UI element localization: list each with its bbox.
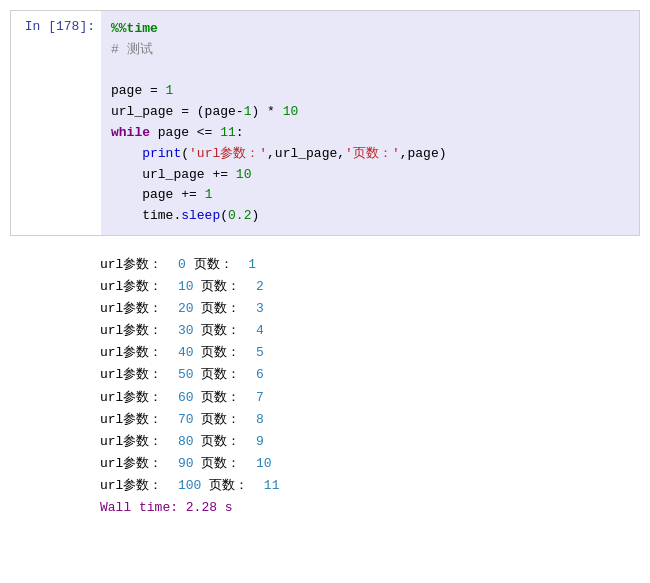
out-line-10: url参数： 90 页数： 10	[100, 456, 272, 471]
output-label-spacer	[0, 246, 90, 527]
out-line-2: url参数： 10 页数： 2	[100, 279, 264, 294]
cell-input[interactable]: %%time # 测试 page = 1 url_page = (page-1)…	[101, 11, 639, 235]
urlpage-line: url_page += 10	[111, 167, 251, 182]
wall-time-line: Wall time: 2.28 s	[100, 500, 233, 515]
sleep-line: time.sleep(0.2)	[111, 208, 259, 223]
out-line-4: url参数： 30 页数： 4	[100, 323, 264, 338]
output-block: url参数： 0 页数： 1 url参数： 10 页数： 2 url参数： 20…	[100, 254, 640, 519]
out-line-3: url参数： 20 页数： 3	[100, 301, 264, 316]
page-line: page += 1	[111, 187, 212, 202]
output-area: url参数： 0 页数： 1 url参数： 10 页数： 2 url参数： 20…	[0, 246, 650, 527]
code-line-2: url_page = (page-1) * 10	[111, 104, 298, 119]
out-line-1: url参数： 0 页数： 1	[100, 257, 256, 272]
notebook-cell: In [178]: %%time # 测试 page = 1 url_page …	[10, 10, 640, 236]
out-line-8: url参数： 70 页数： 8	[100, 412, 264, 427]
code-line-1: page = 1	[111, 83, 173, 98]
magic-command: %%time	[111, 21, 158, 36]
print-line: print('url参数：',url_page,'页数：',page)	[111, 146, 447, 161]
out-line-6: url参数： 50 页数： 6	[100, 367, 264, 382]
out-line-9: url参数： 80 页数： 9	[100, 434, 264, 449]
out-line-5: url参数： 40 页数： 5	[100, 345, 264, 360]
out-line-7: url参数： 60 页数： 7	[100, 390, 264, 405]
while-line: while page <= 11:	[111, 125, 244, 140]
out-line-11: url参数： 100 页数： 11	[100, 478, 279, 493]
code-block: %%time # 测试 page = 1 url_page = (page-1)…	[111, 19, 629, 227]
comment-line: # 测试	[111, 42, 153, 57]
cell-output: url参数： 0 页数： 1 url参数： 10 页数： 2 url参数： 20…	[90, 246, 650, 527]
cell-label: In [178]:	[11, 11, 101, 235]
